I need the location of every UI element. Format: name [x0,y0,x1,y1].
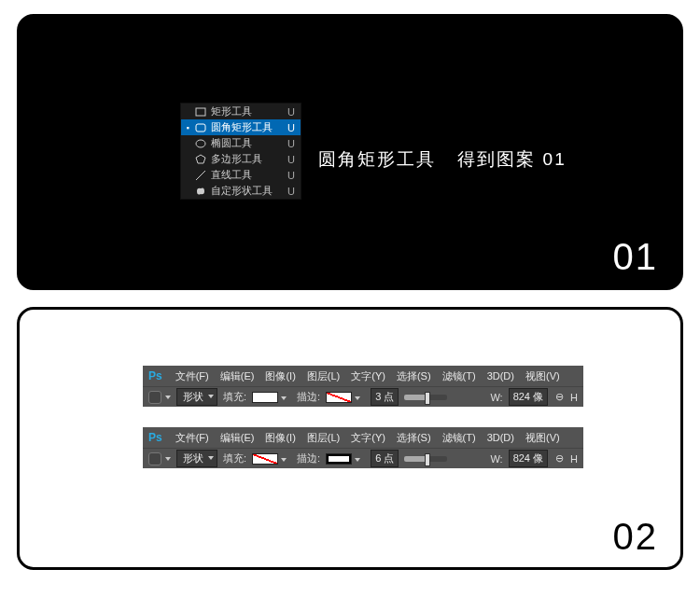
tool-preset-icon[interactable] [148,391,161,404]
svg-point-2 [196,140,205,147]
ps-menubar: Ps 文件(F) 编辑(E) 图像(I) 图层(L) 文字(Y) 选择(S) 滤… [143,366,583,386]
ps-logo-icon: Ps [148,369,162,382]
flyout-item-polygon[interactable]: 多边形工具 U [181,151,301,167]
flyout-item-rounded-rectangle[interactable]: ▪ 圆角矩形工具 U [181,119,301,135]
menu-3d[interactable]: 3D(D) [487,370,514,382]
ps-toolbars: Ps 文件(F) 编辑(E) 图像(I) 图层(L) 文字(Y) 选择(S) 滤… [143,366,583,489]
flyout-item-rectangle[interactable]: 矩形工具 U [181,104,301,119]
shape-mode-dropdown[interactable]: 形状 [176,450,217,467]
polygon-icon [194,153,207,166]
stroke-slider[interactable] [404,395,447,400]
stroke-label: 描边: [297,451,320,465]
panel-number: 01 [613,236,659,278]
flyout-label: 自定形状工具 [211,184,282,198]
menu-file[interactable]: 文件(F) [175,431,209,445]
flyout-shortcut: U [286,106,297,118]
flyout-shortcut: U [286,154,297,165]
menu-file[interactable]: 文件(F) [175,369,209,383]
fill-label: 填充: [223,451,246,465]
ps-block-2: Ps 文件(F) 编辑(E) 图像(I) 图层(L) 文字(Y) 选择(S) 滤… [143,427,583,468]
svg-rect-0 [196,108,205,116]
menu-image[interactable]: 图像(I) [265,431,295,445]
flyout-label: 矩形工具 [211,104,282,118]
rounded-rectangle-icon [194,121,207,134]
tool-preset-icon[interactable] [148,452,161,465]
stroke-width-field[interactable]: 6 点 [371,450,399,467]
panel-01: 矩形工具 U ▪ 圆角矩形工具 U 椭圆工具 U 多边形工具 U 直线工具 U [17,14,683,290]
flyout-shortcut: U [286,186,297,197]
ps-block-1: Ps 文件(F) 编辑(E) 图像(I) 图层(L) 文字(Y) 选择(S) 滤… [143,366,583,407]
chevron-down-icon[interactable] [165,396,171,399]
svg-marker-3 [196,155,205,163]
link-icon[interactable]: ⊖ [553,453,565,465]
menu-edit[interactable]: 编辑(E) [220,369,255,383]
menu-3d[interactable]: 3D(D) [487,432,514,443]
menu-edit[interactable]: 编辑(E) [220,431,255,445]
menu-type[interactable]: 文字(Y) [351,431,385,445]
height-label: H [570,453,578,465]
menu-type[interactable]: 文字(Y) [351,369,385,383]
flyout-label: 圆角矩形工具 [211,120,282,134]
ps-logo-icon: Ps [148,431,162,444]
width-label: W: [490,392,502,403]
flyout-indicator: ▪ [185,123,190,132]
width-label: W: [490,453,502,465]
caption-main: 圆角矩形工具 [318,149,436,169]
shape-mode-dropdown[interactable]: 形状 [176,388,217,406]
menu-view[interactable]: 视图(V) [525,431,560,445]
fill-swatch[interactable] [252,453,278,465]
rectangle-icon [194,105,207,118]
menu-filter[interactable]: 滤镜(T) [442,369,476,383]
line-icon [194,169,207,182]
stroke-swatch[interactable] [326,453,352,465]
link-icon[interactable]: ⊖ [553,392,565,403]
fill-swatch[interactable] [252,392,278,403]
panel-number: 02 [613,516,659,558]
width-field[interactable]: 824 像 [509,388,548,406]
menu-view[interactable]: 视图(V) [525,369,560,383]
svg-line-4 [196,171,205,180]
stroke-label: 描边: [297,390,320,404]
ps-options-bar: 形状 填充: 描边: 6 点 W: 824 像 ⊖ H [143,448,583,468]
custom-shape-icon [194,185,207,198]
width-field[interactable]: 824 像 [509,450,548,467]
flyout-item-line[interactable]: 直线工具 U [181,167,301,183]
flyout-shortcut: U [286,170,297,181]
menu-filter[interactable]: 滤镜(T) [442,431,476,445]
menu-image[interactable]: 图像(I) [265,369,295,383]
chevron-down-icon[interactable] [165,457,171,461]
shape-tool-flyout[interactable]: 矩形工具 U ▪ 圆角矩形工具 U 椭圆工具 U 多边形工具 U 直线工具 U [180,103,301,200]
flyout-item-ellipse[interactable]: 椭圆工具 U [181,135,301,151]
svg-rect-1 [196,124,205,132]
flyout-item-custom-shape[interactable]: 自定形状工具 U [181,183,301,199]
flyout-label: 直线工具 [211,168,282,182]
panel-02: Ps 文件(F) 编辑(E) 图像(I) 图层(L) 文字(Y) 选择(S) 滤… [17,307,683,570]
fill-label: 填充: [223,390,246,404]
menu-select[interactable]: 选择(S) [397,369,431,383]
ps-options-bar: 形状 填充: 描边: 3 点 W: 824 像 ⊖ H [143,386,583,407]
panel-caption: 圆角矩形工具 得到图案 01 [318,147,567,172]
stroke-slider[interactable] [404,456,447,462]
flyout-shortcut: U [286,138,297,149]
menu-layer[interactable]: 图层(L) [307,369,340,383]
stroke-swatch[interactable] [326,392,352,403]
menu-layer[interactable]: 图层(L) [307,431,340,445]
height-label: H [570,392,578,403]
ps-menubar: Ps 文件(F) 编辑(E) 图像(I) 图层(L) 文字(Y) 选择(S) 滤… [143,427,583,448]
flyout-label: 多边形工具 [211,152,282,166]
ellipse-icon [194,137,207,150]
menu-select[interactable]: 选择(S) [397,431,431,445]
caption-sub: 得到图案 01 [457,149,566,169]
flyout-shortcut: U [286,122,297,133]
flyout-label: 椭圆工具 [211,136,282,150]
stroke-width-field[interactable]: 3 点 [371,388,399,406]
